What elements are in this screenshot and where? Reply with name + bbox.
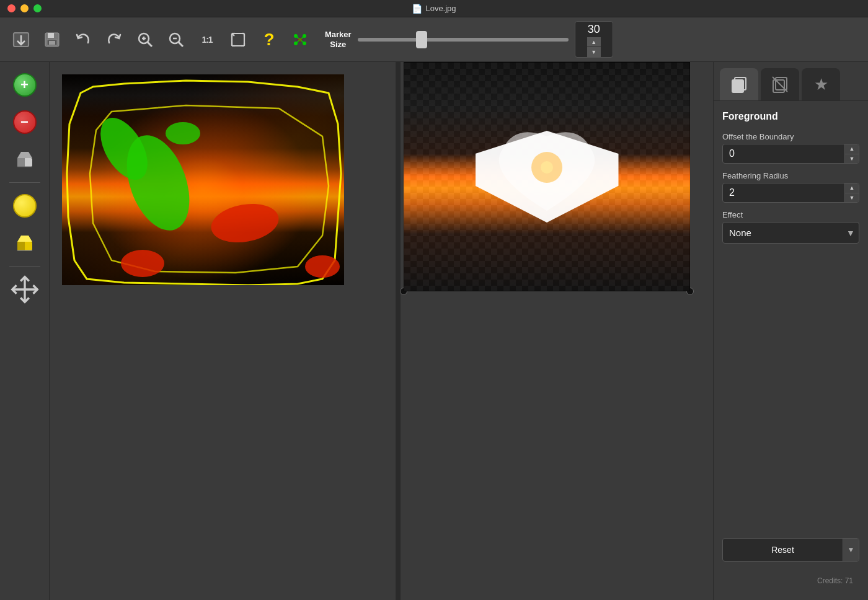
erase-color-button[interactable] <box>8 226 42 260</box>
tab-subtract[interactable] <box>761 68 799 100</box>
svg-line-27 <box>296 36 300 40</box>
erase-foreground-button[interactable] <box>8 143 42 176</box>
svg-line-29 <box>296 40 300 43</box>
zoom-1-1-button[interactable]: 1:1 <box>193 26 221 53</box>
svg-rect-32 <box>17 158 25 167</box>
color-marker-button[interactable] <box>8 189 42 223</box>
offset-value-input[interactable] <box>723 144 844 163</box>
fit-button[interactable] <box>224 26 252 53</box>
feathering-radius-group: Feathering Radius ▲ ▼ <box>722 171 859 203</box>
right-panel: ★ Foreground Offset the Boundary ▲ ▼ Fea… <box>713 62 868 600</box>
network-button[interactable] <box>286 26 314 53</box>
minimize-button[interactable] <box>20 4 29 12</box>
window-title: 📄 Love.jpg <box>412 4 456 14</box>
feathering-label: Feathering Radius <box>722 171 859 180</box>
eraser-yellow-icon <box>15 233 35 253</box>
svg-line-30 <box>300 40 304 43</box>
offset-label: Offset the Boundary <box>722 132 859 141</box>
marker-size-arrows: ▲ ▼ <box>587 37 601 57</box>
offset-down-button[interactable]: ▼ <box>845 154 859 164</box>
right-overlay-svg <box>404 62 690 291</box>
right-canvas-image[interactable] <box>404 62 690 291</box>
offset-arrows: ▲ ▼ <box>844 144 859 163</box>
svg-rect-5 <box>49 41 55 45</box>
red-circle-icon: − <box>13 110 37 134</box>
reset-button[interactable]: Reset <box>723 539 843 561</box>
feathering-arrows: ▲ ▼ <box>844 183 859 202</box>
feathering-input-row: ▲ ▼ <box>722 183 859 203</box>
marker-size-up[interactable]: ▲ <box>587 37 601 47</box>
doc-icon: 📄 <box>412 4 422 14</box>
offset-input-row: ▲ ▼ <box>722 144 859 164</box>
svg-point-48 <box>541 161 553 174</box>
effect-label: Effect <box>722 210 859 219</box>
title-bar: 📄 Love.jpg <box>0 0 868 17</box>
svg-line-28 <box>300 36 304 40</box>
feathering-down-button[interactable]: ▼ <box>845 193 859 203</box>
marker-size-value-group: 30 ▲ ▼ <box>575 21 613 58</box>
offset-up-button[interactable]: ▲ <box>845 144 859 154</box>
left-toolbar: + − <box>0 62 50 600</box>
toolbar: 1:1 ? <box>0 17 868 62</box>
svg-marker-33 <box>17 152 32 158</box>
tab-star[interactable]: ★ <box>802 68 840 100</box>
svg-line-9 <box>148 42 152 46</box>
effect-dropdown-arrow: ▼ <box>843 228 859 238</box>
yellow-circle-icon <box>13 194 37 218</box>
subtract-icon <box>771 75 789 94</box>
download-button[interactable] <box>7 26 35 53</box>
reset-row: Reset ▼ <box>722 538 859 562</box>
effect-select-row: None Shadow Glow Outline ▼ <box>722 222 859 244</box>
copy-icon <box>730 75 748 94</box>
effect-select[interactable]: None Shadow Glow Outline <box>723 223 843 243</box>
feathering-up-button[interactable]: ▲ <box>845 183 859 193</box>
svg-rect-3 <box>48 33 54 38</box>
left-canvas-container <box>62 74 344 285</box>
save-button[interactable] <box>38 26 66 53</box>
svg-line-12 <box>179 42 183 46</box>
tab-copy[interactable] <box>720 68 758 100</box>
traffic-lights <box>7 4 42 12</box>
help-button[interactable]: ? <box>255 26 283 53</box>
reset-dropdown-button[interactable]: ▼ <box>843 539 859 561</box>
svg-rect-36 <box>17 242 25 250</box>
green-circle-icon: + <box>13 73 37 97</box>
right-canvas-container <box>404 62 690 291</box>
marker-size-label: Marker Size <box>325 30 352 49</box>
svg-marker-37 <box>17 236 32 242</box>
undo-button[interactable] <box>69 26 97 53</box>
redo-button[interactable] <box>100 26 128 53</box>
canvas-divider <box>396 62 401 600</box>
toolbar-separator-2 <box>9 266 40 267</box>
marker-size-down[interactable]: ▼ <box>587 47 601 57</box>
marker-size-group: Marker Size 30 ▲ ▼ <box>325 21 613 58</box>
maximize-button[interactable] <box>33 4 42 12</box>
canvas-area <box>50 62 713 600</box>
marker-size-value: 30 <box>575 22 613 37</box>
toolbar-separator-1 <box>9 182 40 183</box>
feathering-value-input[interactable] <box>723 183 844 202</box>
effect-group: Effect None Shadow Glow Outline ▼ <box>722 210 859 244</box>
panel-spacer <box>722 251 859 531</box>
eraser-white-icon <box>15 149 35 169</box>
section-title-foreground: Foreground <box>722 111 859 122</box>
panel-content: Foreground Offset the Boundary ▲ ▼ Feath… <box>714 101 868 600</box>
add-foreground-button[interactable]: + <box>8 68 42 102</box>
add-background-button[interactable]: − <box>8 105 42 139</box>
marker-size-slider[interactable] <box>358 38 569 42</box>
credits-text: Credits: 71 <box>722 574 859 590</box>
zoom-in-button[interactable] <box>131 26 159 53</box>
close-button[interactable] <box>7 4 16 12</box>
main-layout: + − <box>0 62 868 600</box>
offset-boundary-group: Offset the Boundary ▲ ▼ <box>722 132 859 164</box>
panel-tabs: ★ <box>714 62 868 101</box>
zoom-out-button[interactable] <box>162 26 190 53</box>
move-icon <box>8 273 42 306</box>
left-canvas[interactable] <box>62 74 344 285</box>
move-button[interactable] <box>8 273 42 306</box>
